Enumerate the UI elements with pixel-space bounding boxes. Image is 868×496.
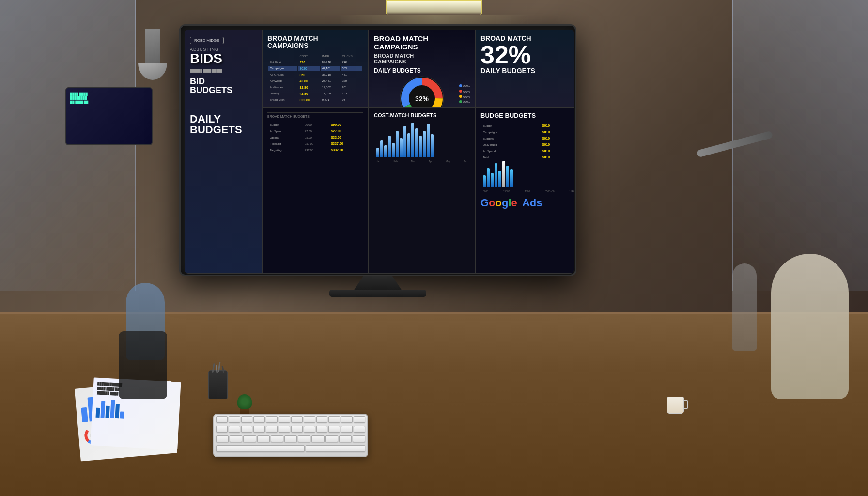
donut-svg: 32% [393,69,451,107]
table-row: Ad Spend 27.00 $27.00 [268,128,362,134]
budget-table: Budget 90/10 $90.00 Ad Spend 27.00 $27.0… [267,121,363,154]
label-budge-budgets: BUDGE BUDGETS [480,112,574,119]
lamp-shade [138,63,167,80]
keyboard[interactable] [213,414,368,457]
panel-bids: ROBD MIDGE ADJUSTING BIDS ██████ ████ ██… [185,30,262,274]
ceiling-light [386,0,482,15]
donut-chart: 32% 0.0% 0.0% 0.0% [374,74,470,107]
background-monitor: ████ ██████████████ ████ ██ [65,87,153,145]
table-row: Budget $010 [481,123,574,128]
label-percent-32: 32% [480,42,574,67]
table-row: Optimiz 33.00 $33.00 [268,135,362,140]
bar-chart-right [480,161,574,190]
panel-cost-match: COST-MATCH BUDGETS [369,107,475,274]
label-budgets-1: BUDGETS [190,86,257,94]
table-row[interactable]: Campaigns 3020 42,101 553 [268,66,362,71]
label-budgets-2: BUDGETS [190,124,257,135]
window-left [0,0,136,291]
table-row: Keywords 42.80 28,441 320 [268,78,362,84]
table-row: Campaigns $010 [481,129,574,135]
table-row: Bid Strat 270 58,042 712 [268,60,362,65]
table-row: Daily Budg $010 [481,142,574,147]
label-daily-budgets-4: DAILY BUDGETS [480,67,574,75]
table-row: Total $010 [481,155,574,160]
panel-broad-match-right: BROAD MATCH 32% DAILY BUDGETS [475,30,574,107]
legend-item-green: 0.0% [459,100,470,105]
monitor-frame: ROBD MIDGE ADJUSTING BIDS ██████ ████ ██… [179,24,576,276]
legend-item-red: 0.0% [459,89,470,94]
svg-text:32%: 32% [415,95,429,103]
window-right [732,0,868,291]
overhead-lamp [145,29,160,68]
monitor-stand [354,276,402,291]
table-row: Bidding 42.80 12,550 155 [268,91,362,96]
badge-robd-midge: ROBD MIDGE [190,37,224,44]
table-row: Budget 90/10 $90.00 [268,122,362,127]
google-ads-logo: Google Ads [480,197,574,209]
table-row: Audiences 32.80 19,002 201 [268,85,362,90]
monitor-screen: ROBD MIDGE ADJUSTING BIDS ██████ ████ ██… [185,30,574,274]
label-bids: BIDS [190,52,257,65]
monitor-base [329,290,426,297]
legend-item-blue: 0.0% [459,84,470,89]
bar-chart [374,121,470,160]
legend-item-yellow: 0.0% [459,94,470,100]
label-campaigns-3a: CAMPAIGNS [374,43,470,51]
panel-broad-match-top: BROAD MATCH CAMPAIGNS COST IMPR CLICKS [262,30,369,107]
background-person-standing [732,264,757,351]
monitor-area: ROBD MIDGE ADJUSTING BIDS ██████ ████ ██… [179,24,576,295]
label-cost-match: COST-MATCH BUDGETS [374,112,470,118]
label-campaigns-3b: CAMPAIGNS [374,59,470,64]
pen-holder [208,370,228,399]
coffee-mug [667,397,684,414]
chair-back [119,331,167,399]
table-row: Broad Mtch 322.80 9,201 98 [268,97,362,103]
label-bid: BID [190,77,257,86]
foreground-person-arm [771,254,849,399]
panel-broad-match-left: BROAD MATCH CAMPAIGNS BROAD MATCH CAMPAI… [369,30,475,107]
label-campaigns-2: CAMPAIGNS [267,42,363,49]
label-daily: DAILY [190,114,257,124]
table-row: Ad Spend $010 [481,148,574,154]
table-row: Ad Groups 350 35,218 441 [268,72,362,78]
table-row: Budgets $010 [481,136,574,141]
campaigns-table: COST IMPR CLICKS Bid Strat 270 58,042 71… [267,53,363,104]
label-broad-match-3a: BROAD MATCH [374,35,470,43]
panel-budget-table: BROAD MATCH BUDGETS Budget 90/10 $90.00 … [262,107,369,274]
panel-budge-budgets: BUDGE BUDGETS Budget $010 Campaigns $010 [475,107,574,274]
label-broad-match-2: BROAD MATCH [267,35,363,42]
budge-table: Budget $010 Campaigns $010 Budgets $010 [480,122,574,161]
table-row: Forecast 337.00 $337.00 [268,141,362,146]
table-row: Targeting 332.00 $332.00 [268,147,362,153]
label-broad-match-3b: BROAD MATCH [374,53,470,59]
background-scene: ████ ██████████████ ████ ██ [0,0,868,496]
